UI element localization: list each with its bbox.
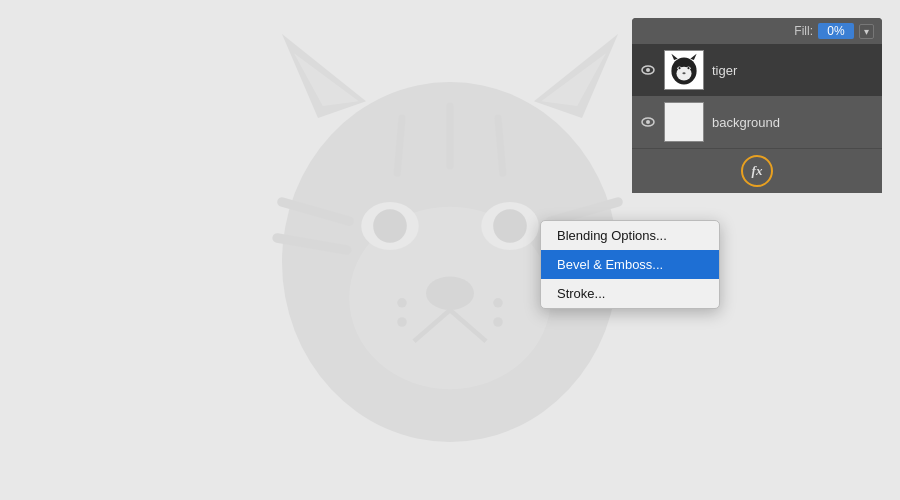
svg-marker-4 — [541, 53, 606, 106]
svg-line-19 — [498, 118, 503, 173]
layers-panel: Fill: 0% ▾ tiger — [632, 18, 882, 193]
svg-point-9 — [493, 209, 527, 243]
layer-thumb-tiger — [664, 50, 704, 90]
svg-point-25 — [646, 68, 650, 72]
svg-line-15 — [551, 202, 618, 221]
layer-name-tiger: tiger — [712, 63, 737, 78]
svg-line-13 — [282, 202, 349, 221]
svg-line-17 — [397, 118, 402, 173]
layer-thumb-background — [664, 102, 704, 142]
svg-marker-27 — [671, 54, 677, 60]
svg-point-21 — [397, 317, 407, 327]
fill-dropdown-button[interactable]: ▾ — [859, 24, 874, 39]
menu-item-bevel[interactable]: Bevel & Emboss... — [541, 250, 719, 279]
visibility-icon-background[interactable] — [640, 114, 656, 130]
svg-marker-3 — [294, 53, 359, 106]
menu-item-blending[interactable]: Blending Options... — [541, 221, 719, 250]
svg-line-12 — [450, 310, 486, 341]
svg-point-23 — [493, 317, 503, 327]
svg-point-10 — [426, 276, 474, 310]
svg-line-11 — [414, 310, 450, 341]
svg-marker-1 — [282, 34, 366, 118]
svg-marker-28 — [690, 54, 696, 60]
fill-label: Fill: — [794, 24, 813, 38]
svg-point-7 — [481, 202, 539, 250]
fill-value[interactable]: 0% — [818, 23, 854, 39]
layer-tiger[interactable]: tiger — [632, 44, 882, 96]
fill-row: Fill: 0% ▾ — [632, 18, 882, 44]
layer-background[interactable]: background — [632, 96, 882, 148]
menu-item-stroke[interactable]: Stroke... — [541, 279, 719, 308]
svg-point-20 — [397, 298, 407, 308]
svg-point-33 — [687, 67, 689, 69]
svg-point-32 — [678, 67, 680, 69]
svg-point-36 — [646, 120, 650, 124]
visibility-icon-tiger[interactable] — [640, 62, 656, 78]
svg-point-6 — [361, 202, 419, 250]
svg-point-34 — [682, 72, 685, 74]
fx-button[interactable]: fx — [741, 155, 773, 187]
svg-marker-2 — [534, 34, 618, 118]
svg-line-14 — [277, 238, 347, 250]
layer-name-background: background — [712, 115, 780, 130]
svg-point-8 — [373, 209, 407, 243]
context-menu: Blending Options... Bevel & Emboss... St… — [540, 220, 720, 309]
svg-point-22 — [493, 298, 503, 308]
svg-point-5 — [349, 207, 551, 389]
panel-footer: fx — [632, 148, 882, 193]
